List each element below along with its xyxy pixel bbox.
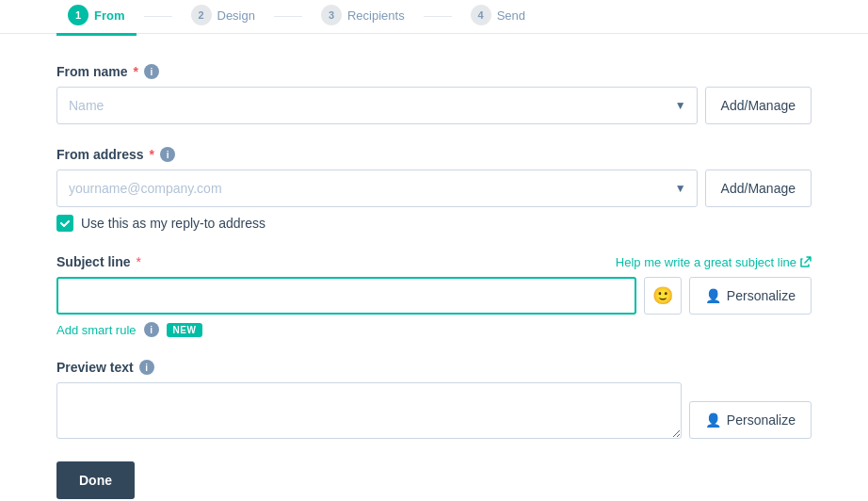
nav-step-recipients[interactable]: 3 Recipients xyxy=(310,0,416,36)
from-address-select[interactable]: yourname@company.com xyxy=(56,170,698,207)
from-name-required: * xyxy=(133,64,137,79)
nav-step-circle-recipients: 3 xyxy=(321,5,342,25)
from-address-label: From address * i xyxy=(56,147,812,162)
preview-text-group: Preview text i 👤 Personalize xyxy=(56,360,812,439)
from-address-select-wrapper: yourname@company.com ▼ xyxy=(56,170,698,207)
subject-line-input[interactable] xyxy=(56,277,636,315)
nav-step-label-design: Design xyxy=(217,8,255,23)
add-smart-rule-link[interactable]: Add smart rule xyxy=(56,323,137,337)
subject-line-label-left: Subject line * xyxy=(56,254,141,269)
nav-step-label-send: Send xyxy=(497,8,525,23)
preview-personalize-label: Personalize xyxy=(727,412,796,428)
from-name-input-row: Name ▼ Add/Manage xyxy=(56,87,812,124)
nav-step-label-from: From xyxy=(94,8,125,23)
from-name-add-manage-button[interactable]: Add/Manage xyxy=(705,87,812,124)
preview-text-input[interactable] xyxy=(56,382,682,439)
emoji-icon: 🙂 xyxy=(652,285,673,306)
preview-textarea-row: 👤 Personalize xyxy=(56,382,812,439)
from-address-info-icon[interactable]: i xyxy=(160,147,175,162)
subject-line-group: Subject line * Help me write a great sub… xyxy=(56,254,812,337)
preview-text-label-text: Preview text xyxy=(56,360,134,375)
reply-address-label: Use this as my reply-to address xyxy=(81,216,265,231)
smart-rule-info-icon[interactable]: i xyxy=(144,322,159,337)
help-subject-line-link[interactable]: Help me write a great subject line xyxy=(616,255,812,269)
top-nav: 1 From 2 Design 3 Recipients 4 Send xyxy=(0,0,868,34)
help-subject-line-text: Help me write a great subject line xyxy=(616,255,796,269)
from-address-add-manage-button[interactable]: Add/Manage xyxy=(705,170,812,207)
subject-line-required: * xyxy=(137,254,141,269)
main-content: From name * i Name ▼ Add/Manage From add… xyxy=(0,34,868,501)
preview-personalize-button[interactable]: 👤 Personalize xyxy=(689,401,812,439)
nav-step-circle-from: 1 xyxy=(68,5,88,25)
reply-address-checkbox[interactable] xyxy=(56,215,73,232)
from-name-group: From name * i Name ▼ Add/Manage xyxy=(56,64,812,124)
nav-step-circle-design: 2 xyxy=(191,5,212,25)
preview-text-label: Preview text i xyxy=(56,360,812,375)
nav-step-design[interactable]: 2 Design xyxy=(180,0,266,36)
from-address-required: * xyxy=(150,147,154,162)
external-link-icon xyxy=(800,256,812,267)
from-address-input-row: yourname@company.com ▼ Add/Manage xyxy=(56,170,812,207)
from-name-info-icon[interactable]: i xyxy=(144,64,159,79)
nav-divider-1 xyxy=(144,16,172,17)
preview-person-icon: 👤 xyxy=(705,412,721,428)
subject-line-header: Subject line * Help me write a great sub… xyxy=(56,254,812,269)
nav-divider-2 xyxy=(274,16,302,17)
from-address-label-text: From address xyxy=(56,147,144,162)
subject-input-row: 🙂 👤 Personalize xyxy=(56,277,812,315)
new-badge: NEW xyxy=(167,323,203,337)
nav-step-from[interactable]: 1 From xyxy=(56,0,137,36)
from-address-group: From address * i yourname@company.com ▼ … xyxy=(56,147,812,232)
subject-personalize-label: Personalize xyxy=(727,288,796,303)
nav-step-label-recipients: Recipients xyxy=(347,8,405,23)
emoji-picker-button[interactable]: 🙂 xyxy=(644,277,682,315)
person-icon: 👤 xyxy=(705,288,721,303)
reply-address-checkbox-row: Use this as my reply-to address xyxy=(56,215,812,232)
nav-step-send[interactable]: 4 Send xyxy=(459,0,537,36)
checkmark-icon xyxy=(59,218,71,229)
subject-personalize-button[interactable]: 👤 Personalize xyxy=(689,277,812,315)
nav-step-circle-send: 4 xyxy=(471,5,491,25)
from-name-select[interactable]: Name xyxy=(56,87,698,124)
subject-line-label-text: Subject line xyxy=(56,254,131,269)
done-button[interactable]: Done xyxy=(56,461,135,499)
smart-rule-row: Add smart rule i NEW xyxy=(56,322,812,337)
from-name-label: From name * i xyxy=(56,64,812,79)
preview-text-info-icon[interactable]: i xyxy=(139,360,154,375)
from-name-select-wrapper: Name ▼ xyxy=(56,87,698,124)
nav-divider-3 xyxy=(424,16,452,17)
from-name-label-text: From name xyxy=(56,64,127,79)
